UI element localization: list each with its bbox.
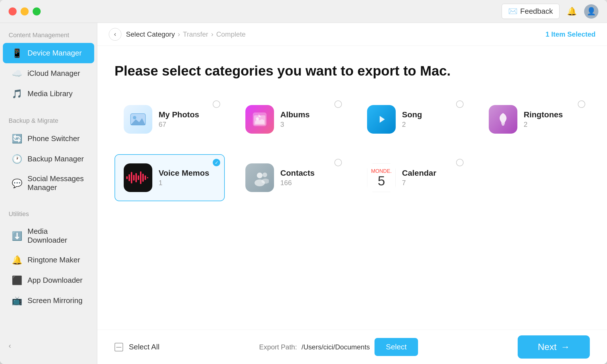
svg-rect-13 — [135, 173, 137, 182]
select-path-button[interactable]: Select — [375, 338, 418, 356]
minimize-button[interactable] — [21, 7, 29, 15]
sidebar-collapse-button[interactable]: ‹ — [0, 336, 97, 355]
sidebar-item-ringtone-maker[interactable]: 🔔 Ringtone Maker — [3, 250, 94, 270]
category-item-song[interactable]: Song 2 — [358, 96, 468, 143]
voice-memos-count: 1 — [159, 179, 216, 187]
svg-rect-7 — [501, 123, 505, 124]
svg-rect-8 — [502, 124, 504, 126]
media-downloader-icon: ⬇️ — [11, 231, 22, 241]
breadcrumb-left: ‹ Select Category › Transfer › Complete — [109, 28, 246, 41]
user-avatar[interactable]: 👤 — [584, 4, 598, 19]
sidebar-item-media-downloader[interactable]: ⬇️ Media Downloader — [3, 222, 94, 250]
albums-name: Albums — [280, 110, 337, 119]
device-manager-label: Device Manager — [27, 49, 82, 58]
my-photos-icon — [124, 105, 152, 134]
svg-rect-18 — [147, 177, 148, 178]
back-button[interactable]: ‹ — [109, 28, 121, 41]
next-button[interactable]: Next → — [518, 335, 590, 359]
notification-bell-icon[interactable]: 🔔 — [565, 5, 578, 18]
contacts-checkbox[interactable] — [334, 159, 342, 166]
sidebar-item-media-library[interactable]: 🎵 Media Library — [3, 84, 94, 104]
page-content: Please select categories you want to exp… — [97, 46, 607, 330]
song-checkbox[interactable] — [456, 100, 464, 108]
titlebar: ✉️ Feedback 🔔 👤 — [0, 0, 607, 23]
albums-info: Albums 3 — [280, 110, 337, 128]
ringtones-checkbox[interactable] — [578, 100, 585, 108]
category-item-ringtones[interactable]: Ringtones 2 — [480, 96, 590, 143]
voice-memos-info: Voice Memos 1 — [159, 169, 216, 187]
back-arrow-icon: ‹ — [114, 31, 116, 38]
breadcrumb-bar: ‹ Select Category › Transfer › Complete … — [97, 23, 607, 46]
song-info: Song 2 — [402, 110, 459, 128]
svg-point-19 — [257, 173, 263, 178]
svg-point-21 — [263, 173, 267, 177]
ringtones-name: Ringtones — [524, 110, 581, 119]
breadcrumb-sep2: › — [211, 30, 213, 38]
feedback-button[interactable]: ✉️ Feedback — [502, 4, 559, 19]
my-photos-name: My Photos — [159, 110, 216, 119]
song-count: 2 — [402, 120, 459, 128]
mail-icon: ✉️ — [508, 7, 517, 16]
main-layout: Content Management 📱 Device Manager ☁️ i… — [0, 23, 607, 364]
icloud-label: iCloud Manager — [27, 69, 80, 78]
category-item-contacts[interactable]: Contacts 166 — [236, 154, 346, 201]
screen-mirroring-icon: 📺 — [11, 296, 22, 306]
my-photos-info: My Photos 67 — [159, 110, 216, 128]
my-photos-checkbox[interactable] — [213, 100, 220, 108]
category-item-voice-memos[interactable]: Voice Memos 1 ✓ — [115, 154, 225, 201]
category-item-albums[interactable]: Albums 3 — [236, 96, 346, 143]
content-management-label: Content Management — [0, 31, 97, 39]
ringtone-maker-icon: 🔔 — [11, 255, 22, 265]
app-downloader-label: App Downloader — [27, 276, 82, 285]
voice-memos-name: Voice Memos — [159, 169, 216, 178]
chevron-left-icon: ‹ — [9, 341, 11, 350]
close-button[interactable] — [9, 7, 17, 15]
calendar-icon: Monde. 5 — [367, 163, 396, 192]
svg-rect-9 — [126, 176, 128, 179]
ringtone-maker-label: Ringtone Maker — [27, 256, 80, 264]
bottom-left: — Select All — [115, 343, 159, 351]
export-path-value: /Users/cici/Documents — [301, 343, 370, 351]
app-downloader-icon: ⬛ — [11, 275, 22, 285]
sidebar: Content Management 📱 Device Manager ☁️ i… — [0, 23, 97, 364]
calendar-checkbox[interactable] — [456, 159, 464, 166]
sidebar-item-app-downloader[interactable]: ⬛ App Downloader — [3, 270, 94, 290]
category-item-my-photos[interactable]: My Photos 67 — [115, 96, 225, 143]
sidebar-item-backup-manager[interactable]: 🕐 Backup Manager — [3, 149, 94, 169]
export-path-area: Export Path: /Users/cici/Documents Selec… — [259, 338, 418, 356]
sidebar-item-icloud-manager[interactable]: ☁️ iCloud Manager — [3, 63, 94, 84]
svg-rect-14 — [138, 175, 139, 180]
social-messages-icon: 💬 — [11, 178, 22, 188]
ringtones-info: Ringtones 2 — [524, 110, 581, 128]
calendar-count: 7 — [402, 179, 459, 187]
page-title: Please select categories you want to exp… — [115, 63, 590, 79]
breadcrumb: Select Category › Transfer › Complete — [126, 30, 246, 38]
voice-memos-checkbox[interactable]: ✓ — [213, 159, 220, 166]
titlebar-right: ✉️ Feedback 🔔 👤 — [502, 4, 598, 19]
sidebar-item-screen-mirroring[interactable]: 📺 Screen Mirroring — [3, 290, 94, 311]
category-item-calendar[interactable]: Monde. 5 Calendar 7 — [358, 154, 468, 201]
social-messages-label: Social Messages Manager — [27, 174, 86, 192]
maximize-button[interactable] — [33, 7, 41, 15]
item-selected-badge: 1 Item Selected — [545, 30, 596, 38]
select-all-checkbox[interactable]: — — [115, 343, 123, 351]
my-photos-count: 67 — [159, 120, 216, 128]
content-area: ‹ Select Category › Transfer › Complete … — [97, 23, 607, 364]
albums-checkbox[interactable] — [334, 100, 342, 108]
sidebar-divider-1 — [0, 109, 97, 112]
song-icon — [367, 105, 396, 134]
breadcrumb-step2: Transfer — [183, 30, 208, 38]
sidebar-item-phone-switcher[interactable]: 🔄 Phone Switcher — [3, 128, 94, 149]
svg-rect-11 — [131, 172, 132, 183]
phone-switcher-label: Phone Switcher — [27, 134, 80, 143]
media-library-label: Media Library — [27, 89, 73, 98]
sidebar-item-device-manager[interactable]: 📱 Device Manager — [3, 43, 94, 63]
svg-rect-17 — [145, 175, 146, 180]
backup-manager-icon: 🕐 — [11, 154, 22, 164]
svg-rect-12 — [133, 175, 135, 181]
sidebar-item-social-messages[interactable]: 💬 Social Messages Manager — [3, 169, 94, 197]
calendar-day: 5 — [378, 174, 385, 187]
select-all-label[interactable]: Select All — [129, 343, 159, 351]
albums-count: 3 — [280, 120, 337, 128]
calendar-name: Calendar — [402, 169, 459, 178]
